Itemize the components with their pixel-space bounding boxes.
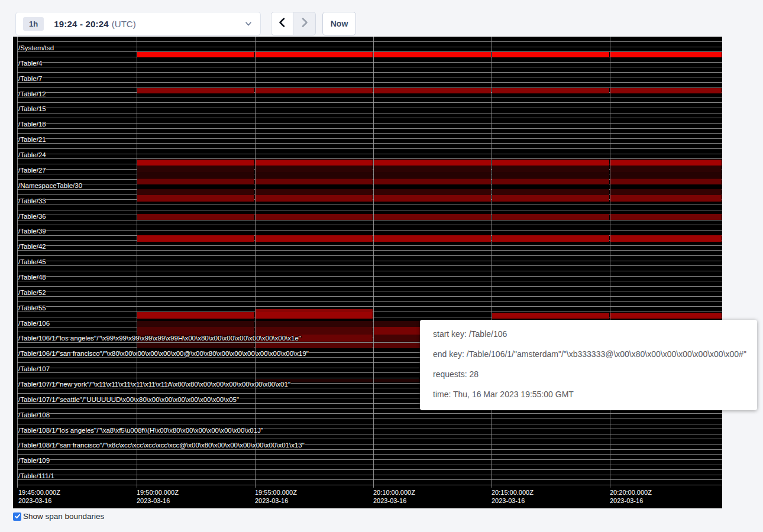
heatmap-canvas[interactable]: /System/tsd/Table/4/Table/7/Table/12/Tab… xyxy=(13,37,722,508)
chevron-right-icon xyxy=(300,17,309,30)
heat-band[interactable] xyxy=(610,313,722,319)
heat-band[interactable] xyxy=(610,214,722,220)
row-label: /Table/107/1/"new york"/"\x11\x11\x11\x1… xyxy=(18,381,290,388)
heat-band[interactable] xyxy=(137,88,254,93)
heat-band[interactable] xyxy=(610,172,722,178)
axis-tick: 20:20:00.000Z2023-03-16 xyxy=(610,488,652,505)
heat-band[interactable] xyxy=(374,179,491,184)
heat-band[interactable] xyxy=(137,160,254,166)
heat-band[interactable] xyxy=(137,312,254,319)
previous-interval-button[interactable] xyxy=(271,12,293,35)
heat-band[interactable] xyxy=(256,160,373,166)
heat-band[interactable] xyxy=(374,166,491,172)
span-boundary-line xyxy=(17,225,722,225)
heat-band[interactable] xyxy=(492,214,609,220)
heat-band[interactable] xyxy=(137,189,254,195)
heat-band[interactable] xyxy=(492,172,609,178)
heat-band[interactable] xyxy=(137,166,254,172)
heat-band[interactable] xyxy=(256,327,373,335)
span-boundary-line xyxy=(17,128,722,129)
row-label: /Table/27 xyxy=(18,167,46,174)
heat-band[interactable] xyxy=(137,321,254,327)
axis-tick: 20:15:00.000Z2023-03-16 xyxy=(492,488,534,505)
heat-band[interactable] xyxy=(492,52,609,57)
heat-band[interactable] xyxy=(137,195,254,202)
heat-band[interactable] xyxy=(610,166,722,172)
span-boundary-line xyxy=(17,479,722,480)
heat-band[interactable] xyxy=(256,166,373,172)
time-gridline xyxy=(17,37,18,488)
span-boundary-line xyxy=(17,475,722,475)
time-range-preset-badge: 1h xyxy=(23,17,44,31)
span-boundary-line xyxy=(17,250,722,251)
span-boundary-line xyxy=(17,210,722,210)
heat-band[interactable] xyxy=(492,189,609,195)
heat-band[interactable] xyxy=(374,88,491,93)
time-gridline xyxy=(137,37,137,488)
now-button[interactable]: Now xyxy=(322,12,356,35)
heat-band[interactable] xyxy=(492,88,609,93)
heat-band[interactable] xyxy=(137,52,254,57)
span-boundary-line xyxy=(17,245,722,246)
heat-band[interactable] xyxy=(374,52,491,57)
span-boundary-line xyxy=(17,118,722,118)
heat-band[interactable] xyxy=(256,312,373,319)
heat-band[interactable] xyxy=(374,160,491,166)
show-span-boundaries-control[interactable]: Show span boundaries xyxy=(13,512,104,521)
span-boundary-line xyxy=(17,286,722,287)
heat-band[interactable] xyxy=(374,172,491,178)
row-label: /Table/15 xyxy=(18,105,46,113)
row-label: /Table/7 xyxy=(18,75,42,83)
heat-band[interactable] xyxy=(610,179,722,184)
heat-band[interactable] xyxy=(492,160,609,166)
heat-band[interactable] xyxy=(374,235,491,242)
heat-band[interactable] xyxy=(256,189,373,195)
row-label: /Table/111/1 xyxy=(18,472,54,480)
heat-band[interactable] xyxy=(256,88,373,93)
axis-tick: 19:45:00.000Z2023-03-16 xyxy=(18,488,60,505)
heat-band[interactable] xyxy=(492,166,609,172)
span-boundary-line xyxy=(17,143,722,144)
heat-band[interactable] xyxy=(610,195,722,202)
chevron-down-icon xyxy=(244,20,253,28)
heat-band[interactable] xyxy=(610,52,722,57)
heat-band[interactable] xyxy=(137,235,254,242)
heat-band[interactable] xyxy=(374,195,491,202)
heat-band[interactable] xyxy=(492,235,609,242)
row-label: /Table/48 xyxy=(18,274,46,281)
row-label: /Table/24 xyxy=(18,151,46,159)
row-label: /Table/109 xyxy=(18,457,50,465)
heat-band[interactable] xyxy=(610,189,722,195)
heat-band[interactable] xyxy=(492,179,609,184)
heat-band[interactable] xyxy=(256,235,373,242)
heat-band[interactable] xyxy=(374,189,491,195)
heat-band[interactable] xyxy=(137,172,254,178)
heat-band[interactable] xyxy=(256,179,373,184)
heat-band[interactable] xyxy=(137,343,254,348)
heat-band[interactable] xyxy=(256,172,373,178)
span-boundary-line xyxy=(17,439,722,439)
time-range-select[interactable]: 1h 19:24 - 20:24 (UTC) xyxy=(15,12,261,35)
heat-band[interactable] xyxy=(610,235,722,242)
heat-band[interactable] xyxy=(374,214,491,220)
time-range-timezone: (UTC) xyxy=(112,19,136,29)
show-span-boundaries-checkbox[interactable] xyxy=(13,512,21,521)
next-interval-button[interactable] xyxy=(293,12,316,35)
heat-band[interactable] xyxy=(610,160,722,166)
heat-band[interactable] xyxy=(137,179,254,184)
tooltip-end-key: end key: /Table/106/1/"amsterdam"/"\xb33… xyxy=(433,344,757,364)
heat-band[interactable] xyxy=(256,321,373,327)
heat-band[interactable] xyxy=(256,214,373,220)
heat-band[interactable] xyxy=(492,313,609,319)
row-label: /Table/33 xyxy=(18,197,46,205)
heat-band[interactable] xyxy=(137,214,254,220)
span-boundary-line xyxy=(17,465,722,465)
heat-band[interactable] xyxy=(256,52,373,57)
span-boundary-line xyxy=(17,485,722,485)
heat-band[interactable] xyxy=(492,195,609,202)
heat-band[interactable] xyxy=(610,88,722,93)
heat-band[interactable] xyxy=(256,343,373,348)
heat-band[interactable] xyxy=(256,195,373,202)
heat-band[interactable] xyxy=(137,327,254,335)
row-label: /Table/21 xyxy=(18,136,46,144)
